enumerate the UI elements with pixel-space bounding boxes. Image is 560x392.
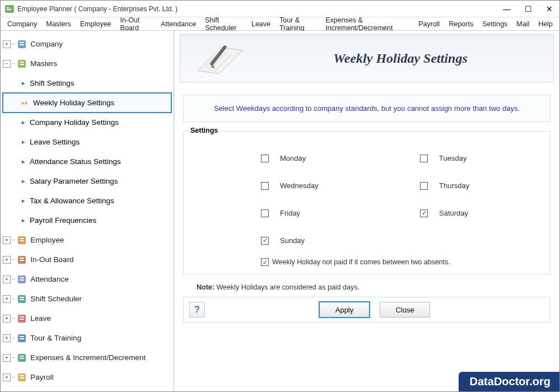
menu-masters[interactable]: Masters: [42, 19, 76, 29]
tree-node-shift-scheduler[interactable]: +···Shift Scheduler: [3, 289, 171, 309]
tree-toggle-icon[interactable]: +: [3, 295, 11, 303]
tree-node-attendance[interactable]: +···Attendance: [3, 269, 171, 289]
tree-toggle-icon[interactable]: +: [3, 40, 11, 48]
page-title: Weekly Holiday Settings: [270, 51, 553, 66]
paid-rule-checkbox[interactable]: ✓: [261, 258, 269, 266]
svg-rect-29: [20, 358, 24, 359]
menu-help[interactable]: Help: [534, 19, 557, 29]
building-icon: [17, 39, 27, 49]
banner-art-icon: [180, 35, 270, 82]
day-friday[interactable]: Friday: [261, 209, 364, 217]
money-icon: [17, 353, 27, 363]
day-wednesday[interactable]: Wednesday: [261, 181, 364, 190]
menu-expenses-increment-decrement[interactable]: Expenses & Increment/Decrement: [321, 15, 414, 33]
menu-company[interactable]: Company: [3, 19, 42, 29]
checkbox-sunday[interactable]: ✓: [261, 237, 269, 245]
svg-rect-25: [20, 336, 24, 337]
tree-toggle-icon[interactable]: −: [3, 60, 11, 68]
day-thursday[interactable]: Thursday: [420, 181, 523, 190]
menu-employee[interactable]: Employee: [76, 19, 116, 29]
svg-rect-1: [7, 7, 9, 8]
svg-rect-8: [20, 64, 24, 65]
tree-node-label: Company: [30, 40, 63, 48]
tree-node-payroll[interactable]: +···Payroll: [3, 367, 171, 387]
tree-toggle-icon[interactable]: +: [3, 315, 11, 323]
tree-node-masters[interactable]: −···Masters: [3, 54, 171, 73]
menu-payroll[interactable]: Payroll: [414, 19, 444, 29]
note-label: Note:: [197, 283, 214, 291]
day-label: Thursday: [439, 181, 469, 190]
tree-node-in-out-board[interactable]: +···In-Out Board: [3, 250, 171, 269]
tree-toggle-icon[interactable]: +: [3, 256, 11, 264]
help-button[interactable]: ?: [189, 302, 205, 318]
checkbox-tuesday[interactable]: [420, 155, 428, 162]
tree-node-label: Employee: [30, 236, 64, 244]
arrow-icon: ▸: [22, 217, 25, 224]
day-tuesday[interactable]: Tuesday: [420, 154, 523, 162]
menu-leave[interactable]: Leave: [247, 19, 275, 29]
watermark: DataDoctor.org: [459, 372, 559, 391]
tree-child-payroll-frequencies[interactable]: ▸Payroll Frequencies: [3, 211, 171, 230]
button-row: ? Apply Close: [183, 297, 550, 323]
svg-rect-22: [20, 316, 24, 318]
settings-legend: Settings: [188, 127, 220, 134]
tree-node-leave[interactable]: +···Leave: [3, 309, 171, 328]
tree-child-label: Attendance Status Settings: [30, 157, 121, 166]
clock-icon: [17, 294, 27, 304]
minimize-button[interactable]: —: [501, 4, 512, 13]
day-label: Friday: [280, 209, 300, 217]
menu-tour-training[interactable]: Tour & Training: [275, 15, 321, 33]
window-controls: — ☐ ✕: [501, 4, 555, 13]
svg-rect-10: [20, 238, 24, 239]
checkbox-thursday[interactable]: [420, 182, 428, 190]
menu-shift-scheduler[interactable]: Shift Scheduler: [200, 15, 247, 33]
tree-child-salary-parameter-settings[interactable]: ▸Salary Parameter Settings: [3, 171, 171, 191]
svg-rect-17: [20, 279, 24, 281]
checkbox-friday[interactable]: [261, 209, 269, 217]
tree-node-employee[interactable]: +···Employee: [3, 230, 171, 250]
tree-toggle-icon[interactable]: +: [3, 354, 11, 362]
masters-icon: [17, 59, 27, 69]
menu-settings[interactable]: Settings: [478, 19, 512, 29]
tree-toggle-icon[interactable]: +: [3, 236, 11, 244]
checkbox-monday[interactable]: [261, 155, 269, 162]
tree-child-company-holiday-settings[interactable]: ▸Company Holiday Settings: [3, 113, 171, 132]
svg-rect-32: [20, 377, 24, 379]
day-saturday[interactable]: ✓Saturday: [420, 209, 523, 217]
tree-child-weekly-holiday-settings[interactable]: ▸▸Weekly Holiday Settings: [3, 93, 171, 113]
paid-rule-row[interactable]: ✓ Weekly Holiday not paid if it comes be…: [194, 255, 540, 266]
tree-toggle-icon[interactable]: +: [3, 276, 11, 283]
door-icon: [17, 255, 27, 265]
maximize-button[interactable]: ☐: [522, 4, 534, 13]
day-label: Monday: [280, 154, 306, 162]
help-icon: ?: [194, 305, 200, 315]
tree-node-label: Attendance: [30, 275, 68, 283]
tree-child-shift-settings[interactable]: ▸Shift Settings: [3, 73, 171, 93]
close-button[interactable]: Close: [380, 302, 430, 318]
checkbox-wednesday[interactable]: [261, 182, 269, 190]
tree-child-leave-settings[interactable]: ▸Leave Settings: [3, 132, 171, 152]
tree-node-tour-training[interactable]: +···Tour & Training: [3, 328, 171, 348]
menubar: CompanyMastersEmployeeIn-Out BoardAttend…: [1, 17, 559, 31]
day-sunday[interactable]: ✓Sunday: [261, 236, 364, 245]
menu-in-out-board[interactable]: In-Out Board: [116, 15, 156, 33]
close-window-button[interactable]: ✕: [544, 4, 555, 13]
tree-child-label: Tax & Allowance Settings: [30, 197, 114, 205]
menu-mail[interactable]: Mail: [512, 19, 534, 29]
tree-child-tax-allowance-settings[interactable]: ▸Tax & Allowance Settings: [3, 191, 171, 211]
menu-reports[interactable]: Reports: [444, 19, 478, 29]
tree-toggle-icon[interactable]: +: [3, 334, 11, 342]
arrow-icon: ▸: [22, 197, 25, 204]
tree-child-label: Payroll Frequencies: [30, 216, 96, 225]
arrow-icon: ▸: [22, 119, 25, 126]
tree-node-company[interactable]: +···Company: [3, 34, 171, 54]
checkbox-saturday[interactable]: ✓: [420, 209, 428, 217]
svg-rect-11: [20, 240, 24, 241]
day-monday[interactable]: Monday: [261, 154, 364, 162]
apply-button[interactable]: Apply: [319, 302, 370, 318]
menu-attendance[interactable]: Attendance: [156, 19, 200, 29]
tree-toggle-icon[interactable]: +: [3, 374, 11, 381]
tree-node-expenses-increment-decrement[interactable]: +···Expenses & Increment/Decrement: [3, 348, 171, 367]
tree-node-label: Leave: [30, 314, 51, 323]
tree-child-attendance-status-settings[interactable]: ▸Attendance Status Settings: [3, 152, 171, 171]
